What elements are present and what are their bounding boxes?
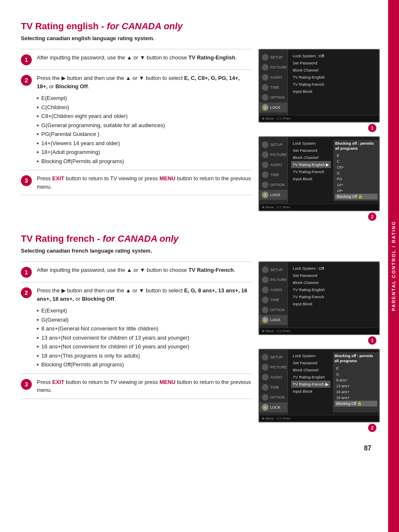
step-number-2: 2: [21, 75, 32, 86]
input-block-3: Input Block: [291, 300, 376, 307]
french-bullet-list: E(Exempt) G(General) 8 ans+(General-Not …: [37, 303, 252, 369]
picture-icon-4: [262, 364, 269, 371]
step-3-french: 3 Press EXIT button to return to TV view…: [21, 374, 252, 399]
menu-picture-3: PICTURE: [259, 275, 287, 285]
tv-left-menu-4: SETUP PICTURE AUDIO: [259, 350, 288, 415]
english-steps-layout: 1 After inputting the password, use the …: [21, 49, 380, 221]
badge-1-french: 1: [368, 336, 376, 345]
tv-rating-english-3: TV Rating-English: [291, 286, 376, 293]
tv-sub-panel-french: Blocking off : permits all programs E G …: [333, 352, 379, 412]
badge-2-english: 2: [368, 212, 376, 221]
sub-c: C: [335, 159, 378, 164]
time-icon-2: [262, 171, 269, 178]
screenshot-french-2: SETUP PICTURE AUDIO: [258, 349, 380, 432]
step-1-english: 1 After inputting the password, use the …: [21, 49, 252, 70]
sub-c8: C8+: [335, 164, 378, 170]
time-icon-3: [262, 297, 269, 303]
lock-icon-4: 🔒: [262, 404, 269, 411]
lock-system-3: Lock System : Off: [291, 265, 376, 272]
tv-right-1: Lock System : Off Set Password Block Cha…: [288, 50, 379, 115]
menu-option-4: OPTION: [259, 392, 287, 402]
tv-left-menu-3: SETUP PICTURE AUDIO: [259, 262, 288, 327]
set-password-3: Set Password: [291, 272, 376, 279]
step-1-french-content: After inputting the password, use the ▲ …: [37, 266, 252, 274]
audio-icon-2: [262, 161, 269, 168]
step-1-french: 1 After inputting the password, use the …: [21, 261, 252, 282]
menu-lock-3: 🔒 LOCK: [259, 315, 287, 325]
sub-panel-header-french: Blocking off : permits all programs: [335, 354, 377, 363]
bullet-c: C(Children): [37, 103, 252, 112]
badge-1-english: 1: [368, 124, 376, 132]
step-number-1: 1: [21, 54, 32, 65]
tv-left-menu-2: SETUP PICTURE AUDIO: [259, 137, 288, 204]
tv-screen-1: SETUP PICTURE AUDIO: [258, 49, 380, 123]
sub-14: 14+: [335, 182, 378, 188]
tv-screen-2: SETUP PICTURE AUDIO: [258, 136, 380, 211]
tv-rating-french-1: TV Rating-French: [291, 81, 376, 88]
tv-bottom-2: ⊕ Move □□□ Prev: [259, 204, 379, 210]
time-icon-1: [262, 84, 269, 91]
step-number-f1: 1: [21, 267, 32, 278]
screenshot-english-1: SETUP PICTURE AUDIO: [258, 49, 380, 132]
tv-sub-panel-english: Blocking off : permits all programs E C …: [333, 140, 379, 201]
tv-main-list-4: Lock System Set Password Block Channel T…: [291, 352, 330, 412]
tv-bottom-4: ⊕ Move □□□ Prev: [259, 415, 379, 422]
bullet-f-blocking: Blocking Off(Permits all programs): [37, 360, 252, 369]
menu-lock-1: 🔒 LOCK: [259, 102, 287, 113]
menu-option-2: OPTION: [259, 180, 287, 190]
sub-panel-header-english: Blocking off : permits all programs: [335, 141, 378, 151]
english-screenshots-column: SETUP PICTURE AUDIO: [258, 49, 380, 221]
lock-icon-1: 🔒: [262, 104, 269, 111]
bullet-f-16: 16 ans+(Not convenient for children of 1…: [37, 342, 252, 351]
menu-picture-2: PICTURE: [259, 150, 287, 160]
lock-system-4: Lock System: [291, 352, 330, 359]
step-2-french: 2 Press the ▶ button and then use the ▲ …: [21, 282, 252, 374]
section-french: TV Rating french - for CANADA only Selec…: [21, 233, 380, 432]
option-icon-2: [262, 182, 269, 188]
audio-icon-3: [262, 286, 269, 293]
tv-rating-english-4: TV Rating-English: [291, 373, 330, 381]
sub-e: E: [335, 153, 378, 159]
screenshot-english-2: SETUP PICTURE AUDIO: [258, 136, 380, 221]
tv-right-3: Lock System : Off Set Password Block Cha…: [288, 262, 379, 327]
menu-picture-4: PICTURE: [259, 362, 287, 372]
menu-option-1: OPTION: [259, 92, 287, 102]
tv-left-menu-1: SETUP PICTURE AUDIO: [259, 50, 288, 115]
block-channel-2: Block Channel: [291, 154, 331, 161]
tv-screen-3: SETUP PICTURE AUDIO: [258, 261, 380, 335]
bullet-pg: PG(Parental Guidance ): [37, 130, 252, 139]
tv-rating-french-3: TV Rating-French: [291, 293, 376, 300]
bullet-e: E(Exempt): [37, 94, 252, 103]
bullet-18: 18+(Adult programming): [37, 148, 252, 157]
tv-screen-4: SETUP PICTURE AUDIO: [258, 349, 380, 422]
menu-time-1: TIME: [259, 82, 287, 92]
bullet-f-18: 18 ans+(This programs is only for adults…: [37, 351, 252, 361]
audio-icon-1: [262, 74, 269, 81]
step-2-english-content: Press the ▶ button and then use the ▲ or…: [37, 74, 252, 166]
time-icon-4: [262, 384, 269, 391]
sidebar-label: PARENTAL CONTROL / RATING: [391, 221, 396, 311]
tv-bottom-3: ⊕ Move □□□ Prev: [259, 327, 379, 334]
section-english-subtitle: Selecting canadian english language rati…: [21, 35, 380, 41]
step-1-english-content: After inputting the password, use the ▲ …: [37, 54, 252, 62]
section-french-title: TV Rating french - for CANADA only: [21, 233, 380, 244]
bullet-f-g: G(General): [37, 315, 252, 325]
step-3-french-content: Press EXIT button to return to TV viewin…: [37, 378, 252, 394]
menu-lock-2: 🔒 LOCK: [259, 190, 287, 200]
bullet-blocking: Blocking Off(Permits all programs): [37, 157, 252, 166]
lock-icon-3: 🔒: [262, 317, 269, 323]
tv-rating-french-4: TV Rating-French ▶: [291, 381, 330, 388]
sub-f-g: G: [335, 371, 377, 377]
option-icon-4: [262, 394, 269, 401]
picture-icon-1: [262, 64, 269, 71]
sub-18: 18+: [335, 188, 378, 194]
lock-system-1: Lock System : Off: [291, 52, 376, 59]
input-block-2: Input Block: [291, 175, 331, 182]
sub-f-18: 18 ans+: [335, 395, 377, 401]
menu-setup-2: SETUP: [259, 140, 287, 150]
tv-main-list-2: Lock System Set Password Block Channel T…: [291, 140, 331, 201]
english-bullet-list: E(Exempt) C(Children) C8+(Children eight…: [37, 90, 252, 166]
setup-icon-2: [262, 141, 269, 148]
audio-icon-4: [262, 374, 269, 381]
sub-f-13: 13 ans+: [335, 383, 377, 389]
